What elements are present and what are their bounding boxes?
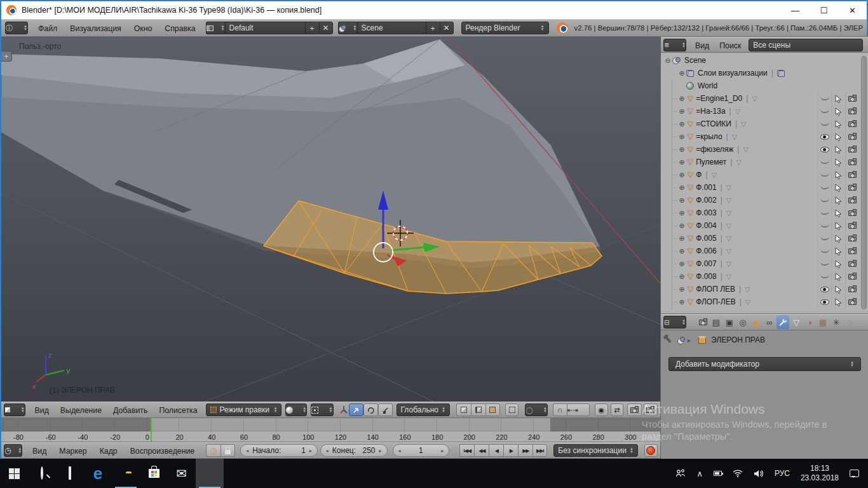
playback-button[interactable]: ▶▶I — [532, 444, 547, 457]
selectability-toggle[interactable] — [831, 105, 845, 118]
editor-type-button[interactable]: ▲▼ — [4, 403, 25, 416]
timeline-band[interactable]: -80-60-40-200204060801001201401601802002… — [1, 418, 660, 442]
renderability-toggle[interactable] — [845, 270, 859, 283]
translate-manipulator-button[interactable] — [349, 403, 363, 416]
visibility-toggle[interactable] — [817, 194, 831, 207]
menu-item[interactable]: Кадр — [100, 447, 118, 456]
visibility-toggle[interactable] — [817, 283, 831, 295]
snap-peel-button[interactable]: ◉ — [595, 403, 608, 416]
selectability-toggle[interactable] — [831, 156, 845, 168]
selectability-toggle[interactable] — [831, 194, 845, 207]
vertex-select-button[interactable] — [456, 403, 471, 416]
mode-dropdown[interactable]: Режим правки▲▼ — [206, 403, 282, 416]
visibility-toggle[interactable] — [817, 245, 831, 257]
manipulate-origins-button[interactable]: ⇄ — [611, 403, 624, 416]
snap-element-dropdown[interactable]: ⇤⇥▲▼ — [567, 403, 590, 416]
snap-magnet-button[interactable]: ∩ — [553, 403, 567, 416]
visibility-toggle[interactable] — [817, 143, 831, 156]
viewport-shading-dropdown[interactable]: ▲▼ — [285, 403, 307, 416]
expand-icon[interactable]: ⊕ — [677, 285, 686, 294]
menu-item[interactable]: Поиск — [719, 41, 741, 50]
selectability-toggle[interactable] — [831, 181, 845, 194]
taskbar-app-button[interactable] — [196, 459, 224, 488]
object-name[interactable]: =крыло — [696, 132, 722, 141]
outliner-object-row[interactable]: ⊕ ▽ Ф.002 | ▽ — [661, 194, 859, 207]
outliner-object-row[interactable]: ⊕ ▽ Ф.008 | ▽ — [661, 270, 859, 283]
outliner-object-row[interactable]: ⊕ ▽ Ф.005 | ▽ — [661, 232, 859, 245]
object-name[interactable]: Ф.006 — [696, 247, 716, 255]
expand-icon[interactable]: ⊕ — [677, 298, 686, 306]
visibility-toggle[interactable] — [817, 181, 831, 194]
selectability-toggle[interactable] — [831, 118, 845, 130]
selectability-toggle[interactable] — [831, 232, 845, 245]
pin-icon[interactable] — [665, 337, 671, 343]
object-name[interactable]: Ф.007 — [696, 259, 716, 268]
properties-tab[interactable]: ▤ — [710, 315, 722, 329]
outliner-object-row[interactable]: ⊕ ▽ =Ha-13a | ▽ — [661, 105, 859, 118]
outliner-object-row[interactable]: ⊕ ▽ ФЛОП-ЛЕВ | ▽ — [661, 295, 859, 308]
opengl-animation-button[interactable] — [644, 403, 658, 416]
properties-tab[interactable]: ◎ — [736, 315, 749, 329]
properties-tab[interactable]: ✳ — [830, 315, 843, 329]
selectability-toggle[interactable] — [831, 219, 845, 232]
outliner-object-row[interactable]: ⊕ ▽ =крыло | ▽ — [661, 130, 859, 143]
expand-icon[interactable]: ⊕ — [677, 273, 686, 281]
playback-range-button[interactable]: ◷ — [206, 444, 220, 457]
menu-item[interactable]: Окно — [134, 24, 153, 33]
expand-icon[interactable]: ⊕ — [677, 209, 686, 217]
menu-item[interactable]: Вид — [32, 447, 46, 456]
outliner-object-row[interactable]: ⊕ ▽ Ф.001 | ▽ — [661, 181, 859, 194]
manipulator-axis-icon[interactable] — [339, 405, 349, 415]
renderability-toggle[interactable] — [845, 283, 859, 295]
minimize-button[interactable]: — — [781, 1, 810, 19]
taskbar-app-button[interactable] — [56, 459, 84, 488]
renderability-toggle[interactable] — [845, 295, 859, 308]
outliner-object-row[interactable]: ⊕ ▽ Пулемет | ▽ — [661, 156, 859, 168]
renderability-toggle[interactable] — [845, 219, 859, 232]
properties-tab[interactable]: ▦ — [817, 315, 829, 329]
taskbar-app-button[interactable]: e — [84, 459, 112, 488]
object-name[interactable]: ФЛОП ЛЕВ — [696, 285, 735, 294]
object-name[interactable]: =Ha-13a — [696, 107, 725, 116]
transform-orientation-dropdown[interactable]: Глобально▲▼ — [397, 403, 450, 416]
object-name[interactable]: Ф.001 — [696, 183, 716, 192]
object-name[interactable]: Ф.002 — [696, 196, 716, 205]
outliner-world-row[interactable]: World — [661, 79, 859, 92]
current-frame-indicator[interactable] — [151, 418, 152, 442]
outliner-filter-dropdown[interactable]: Все сцены — [749, 39, 863, 51]
expand-icon[interactable]: ⊕ — [677, 247, 686, 255]
menu-item[interactable]: Файл — [38, 24, 57, 33]
tray-expand-chevron-icon[interactable]: ∧ — [696, 469, 703, 478]
playback-button[interactable]: ◀ — [489, 444, 503, 457]
renderability-toggle[interactable] — [845, 105, 859, 118]
render-engine-dropdown[interactable]: Рендер Blender▲▼ — [461, 22, 549, 34]
renderability-toggle[interactable] — [845, 181, 859, 194]
menu-item[interactable]: Справка — [165, 24, 195, 33]
volume-icon[interactable] — [754, 470, 764, 478]
outliner-object-row[interactable]: ⊕ ▽ Ф.004 | ▽ — [661, 219, 859, 232]
visibility-toggle[interactable] — [817, 168, 831, 181]
visibility-toggle[interactable] — [817, 92, 831, 105]
playback-button[interactable]: I◀◀ — [459, 444, 474, 457]
editor-type-button[interactable]: ⊟▲▼ — [663, 316, 686, 329]
outliner-scrollbar[interactable] — [861, 56, 867, 309]
properties-tab[interactable]: ◌ — [843, 315, 856, 329]
layout-name-field[interactable]: Default — [225, 22, 305, 34]
properties-tab[interactable] — [696, 315, 709, 329]
visibility-toggle[interactable] — [817, 130, 831, 143]
menu-item[interactable]: Визуализация — [70, 24, 121, 33]
outliner-object-row[interactable]: ⊕ ▽ Ф.006 | ▽ — [661, 245, 859, 257]
outliner-object-row[interactable]: ⊕ ▽ =СТОИКИ | ▽ — [661, 118, 859, 130]
outliner-scene-row[interactable]: ⊖ Scene — [661, 54, 859, 67]
scene-add-button[interactable]: ＋ — [426, 22, 440, 34]
region-expand-tab[interactable]: + — [1, 51, 12, 62]
action-center-icon[interactable] — [850, 470, 859, 477]
renderability-toggle[interactable] — [845, 257, 859, 270]
scene-browse-button[interactable]: ▲▼ — [338, 22, 357, 34]
renderability-toggle[interactable] — [845, 232, 859, 245]
battery-icon[interactable] — [714, 471, 722, 476]
properties-tab[interactable]: ∞ — [763, 315, 776, 329]
playback-button[interactable]: ▶ — [503, 444, 518, 457]
object-name[interactable]: =СТОИКИ — [696, 119, 731, 128]
outliner-object-row[interactable]: ⊕ ▽ =фюзеляж | ▽ — [661, 143, 859, 156]
